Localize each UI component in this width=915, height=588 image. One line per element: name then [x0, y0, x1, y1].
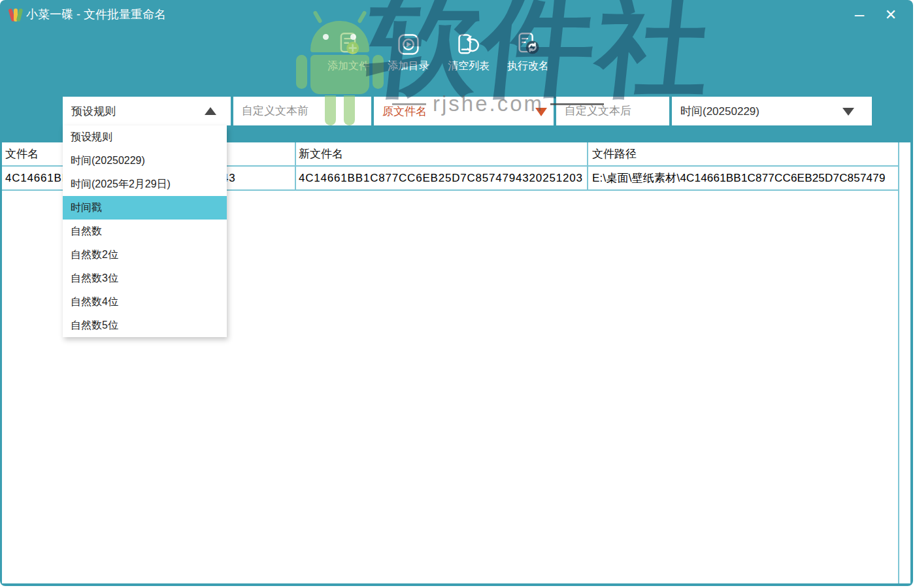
time-format-combobox[interactable]: 时间(20250229)	[672, 97, 872, 125]
time-format-value: 时间(20250229)	[680, 104, 759, 119]
add-file-icon	[321, 31, 376, 57]
custom-text-before-input[interactable]	[233, 97, 371, 125]
dropdown-item-natural-3digit[interactable]: 自然数3位	[63, 267, 227, 290]
add-directory-label: 添加目录	[381, 59, 436, 73]
column-header-new-filename[interactable]: 新文件名	[299, 142, 343, 166]
close-icon: ✕	[885, 7, 897, 24]
column-header-filename[interactable]: 文件名	[5, 142, 39, 166]
preset-rule-value: 预设规则	[71, 104, 116, 119]
clear-list-button[interactable]: 清空列表	[441, 31, 496, 86]
preset-rule-combobox[interactable]: 预设规则	[63, 97, 231, 125]
add-directory-icon	[381, 31, 436, 57]
execute-rename-icon	[501, 31, 556, 57]
cell-new-filename[interactable]: 4C14661BB1C877CC6EB25D7C8574794320251203	[299, 167, 586, 189]
clear-list-label: 清空列表	[441, 59, 496, 73]
app-window: 小菜一碟 - 文件批量重命名 – ✕ 添加文件	[0, 0, 913, 586]
clear-list-icon	[441, 31, 496, 57]
cell-filepath[interactable]: E:\桌面\壁纸素材\4C14661BB1C877CC6EB25D7C85747…	[592, 167, 897, 189]
preset-rule-dropdown-menu: 预设规则 时间(20250229) 时间(2025年2月29日) 时间戳 自然数…	[63, 125, 227, 337]
column-header-filepath[interactable]: 文件路径	[592, 142, 637, 166]
add-files-label: 添加文件	[321, 59, 376, 73]
dropdown-item-preset-rule[interactable]: 预设规则	[63, 125, 227, 149]
minimize-icon: –	[855, 5, 864, 25]
chevron-up-icon	[205, 107, 216, 115]
app-logo-icon	[8, 7, 23, 22]
dropdown-item-natural-number[interactable]: 自然数	[63, 220, 227, 243]
close-button[interactable]: ✕	[876, 0, 906, 29]
execute-rename-button[interactable]: 执行改名	[501, 31, 556, 86]
dropdown-item-time-chinese[interactable]: 时间(2025年2月29日)	[63, 172, 227, 196]
window-title: 小菜一碟 - 文件批量重命名	[26, 0, 166, 29]
dropdown-item-natural-2digit[interactable]: 自然数2位	[63, 243, 227, 267]
add-directory-button[interactable]: 添加目录	[381, 31, 436, 86]
dropdown-item-timestamp[interactable]: 时间戳	[63, 196, 227, 220]
minimize-button[interactable]: –	[844, 0, 874, 29]
column-divider	[295, 142, 296, 191]
source-name-combobox[interactable]: 原文件名	[374, 97, 554, 125]
column-divider	[587, 142, 588, 191]
source-name-value: 原文件名	[382, 104, 427, 119]
execute-rename-label: 执行改名	[501, 59, 556, 73]
title-bar[interactable]: 小菜一碟 - 文件批量重命名 – ✕	[0, 0, 913, 29]
dropdown-item-natural-4digit[interactable]: 自然数4位	[63, 290, 227, 314]
custom-text-after-input[interactable]	[556, 97, 669, 125]
chevron-down-icon	[842, 108, 854, 116]
dropdown-item-natural-5digit[interactable]: 自然数5位	[63, 314, 227, 337]
dropdown-item-time-compact[interactable]: 时间(20250229)	[63, 149, 227, 172]
add-files-button[interactable]: 添加文件	[321, 31, 376, 86]
chevron-down-red-icon	[535, 108, 547, 116]
scrollbar-track[interactable]	[899, 142, 910, 583]
